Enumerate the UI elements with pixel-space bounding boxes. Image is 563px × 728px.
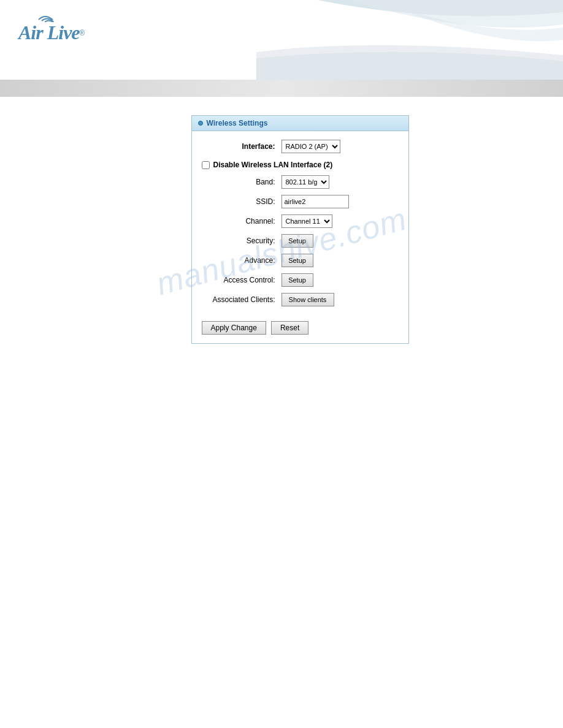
associated-clients-row: Associated Clients: Show clients [202,293,399,306]
associated-clients-label: Associated Clients: [202,295,282,304]
band-label: Band: [202,178,282,186]
interface-select[interactable]: RADIO 2 (AP) [282,140,340,153]
access-control-row: Access Control: Setup [202,273,399,287]
ssid-row: SSID: [202,195,399,208]
ssid-label: SSID: [202,197,282,206]
show-clients-button[interactable]: Show clients [282,293,334,306]
disable-label: Disable Wireless LAN Interface (2) [213,161,333,169]
channel-label: Channel: [202,217,282,226]
panel-body: Interface: RADIO 2 (AP) Disable Wireless… [192,131,408,343]
advance-row: Advance: Setup [202,254,399,267]
security-row: Security: Setup [202,234,399,248]
panel-title-text: Wireless Settings [207,119,268,127]
panel-title-dot [198,121,203,126]
panel-title: Wireless Settings [192,116,408,131]
header: Air Live ® [0,0,563,80]
advance-label: Advance: [202,256,282,265]
wireless-settings-panel: Wireless Settings Interface: RADIO 2 (AP… [191,115,409,344]
reset-button[interactable]: Reset [271,321,308,335]
ssid-input[interactable] [282,195,349,208]
logo-air: Air Live [18,21,80,44]
apply-change-button[interactable]: Apply Change [202,321,266,335]
channel-select[interactable]: Channel 11 [282,214,332,228]
band-select[interactable]: 802.11 b/g [282,175,329,189]
access-control-label: Access Control: [202,276,282,284]
access-control-setup-button[interactable]: Setup [282,273,313,287]
channel-row: Channel: Channel 11 [202,214,399,228]
banner-bar [0,80,563,97]
logo-brand: Air Live ® [18,21,85,44]
bottom-buttons: Apply Change Reset [202,316,399,335]
interface-label: Interface: [202,142,282,151]
advance-setup-button[interactable]: Setup [282,254,313,267]
wifi-waves-icon [36,11,72,22]
logo-area: Air Live ® [18,11,85,44]
security-label: Security: [202,237,282,245]
logo-reg: ® [80,29,85,37]
band-row: Band: 802.11 b/g [202,175,399,189]
interface-row: Interface: RADIO 2 (AP) [202,140,399,153]
disable-checkbox-row: Disable Wireless LAN Interface (2) [202,161,399,169]
disable-checkbox[interactable] [202,161,210,169]
header-swoosh [256,0,563,80]
security-setup-button[interactable]: Setup [282,234,313,248]
main-content: Wireless Settings Interface: RADIO 2 (AP… [0,97,563,362]
